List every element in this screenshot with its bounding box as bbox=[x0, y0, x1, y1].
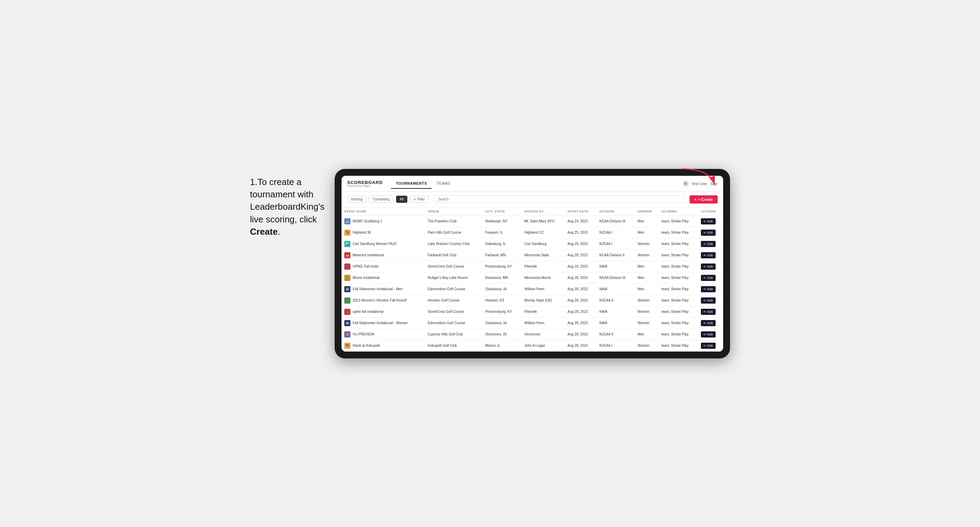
scoring-cell: team, Stroke Play bbox=[659, 261, 698, 272]
filter-icon: ≡ bbox=[414, 197, 416, 201]
edit-button[interactable]: ✏ Edit bbox=[701, 241, 716, 247]
division-cell: NJCAA I bbox=[597, 340, 635, 351]
pencil-icon: ✏ bbox=[704, 310, 706, 314]
actions-cell: ✏ Edit bbox=[698, 329, 723, 340]
hosted-by-cell: John A Logan bbox=[522, 340, 565, 351]
division-cell: NCAA Division III bbox=[597, 272, 635, 283]
event-icon: 🦅 bbox=[344, 343, 350, 349]
pencil-icon: ✏ bbox=[704, 265, 706, 268]
city-cell: Prestonsburg, KY bbox=[482, 306, 522, 317]
edit-button[interactable]: ✏ Edit bbox=[701, 275, 716, 281]
annotation-line2: tournament with bbox=[250, 189, 313, 199]
event-name-cell: 🌿 2023 Women's Hesston Fall Kickoff bbox=[342, 295, 425, 306]
event-name-cell: 🏫 MSMC Qualifying 1 bbox=[342, 216, 425, 227]
edit-button[interactable]: ✏ Edit bbox=[701, 320, 716, 326]
gender-cell: Women bbox=[635, 306, 659, 317]
table-row: 🏫 MSMC Qualifying 1 The Powelton Club Ne… bbox=[342, 216, 723, 227]
pencil-icon: ✏ bbox=[704, 333, 706, 336]
edit-label: Edit bbox=[707, 287, 713, 291]
filter-label: Filter bbox=[417, 197, 425, 201]
scoring-cell: team, Stroke Play bbox=[659, 216, 698, 227]
pencil-icon: ✏ bbox=[704, 287, 706, 291]
division-cell: NAIA bbox=[597, 261, 635, 272]
edit-label: Edit bbox=[707, 276, 713, 279]
table-row: ⚡ VU PREVIEW Cypress Hills Golf Club Vin… bbox=[342, 329, 723, 340]
edit-label: Edit bbox=[707, 344, 713, 348]
table-body: 🏫 MSMC Qualifying 1 The Powelton Club Ne… bbox=[342, 216, 723, 351]
edit-label: Edit bbox=[707, 299, 713, 302]
actions-cell: ✏ Edit bbox=[698, 306, 723, 317]
city-cell: Oskaloosa, IA bbox=[482, 283, 522, 295]
tab-tournaments[interactable]: TOURNAMENTS bbox=[391, 179, 432, 189]
filter-icon-btn[interactable]: ≡ Filter bbox=[410, 196, 429, 203]
edit-button[interactable]: ✏ Edit bbox=[701, 343, 716, 349]
start-date-cell: Aug 28, 2023 bbox=[565, 329, 597, 340]
annotation-line4: live scoring, click bbox=[250, 214, 317, 224]
all-filter-btn[interactable]: All bbox=[396, 196, 407, 203]
annotation-line3: LeaderboardKing's bbox=[250, 202, 325, 212]
search-box bbox=[434, 195, 684, 203]
event-name-cell: 🦅 Klash at Kokopelli bbox=[342, 340, 425, 351]
event-name: upike fall invitational bbox=[353, 310, 383, 314]
venue-cell: Park Hills Golf Course bbox=[425, 227, 482, 238]
venue-cell: Edmundson Golf Course bbox=[425, 317, 482, 329]
app-header: SCOREBOARD Powered by clippit TOURNAMENT… bbox=[342, 176, 723, 192]
plus-icon: + bbox=[694, 197, 697, 202]
division-cell: NJCAA II bbox=[597, 295, 635, 306]
create-button[interactable]: + + Create bbox=[690, 195, 718, 203]
edit-button[interactable]: ✏ Edit bbox=[701, 230, 716, 236]
division-cell: NAIA bbox=[597, 306, 635, 317]
hosting-filter-btn[interactable]: Hosting bbox=[347, 196, 366, 203]
city-cell: Oskaloosa, IA bbox=[482, 317, 522, 329]
hosted-by-cell: Pikeville bbox=[522, 261, 565, 272]
edit-button[interactable]: ✏ Edit bbox=[701, 309, 716, 315]
pencil-icon: ✏ bbox=[704, 231, 706, 234]
gender-cell: Men bbox=[635, 216, 659, 227]
table-row: 🤠 Maverick Invitational Faribault Golf C… bbox=[342, 249, 723, 261]
start-date-cell: Aug 28, 2023 bbox=[565, 249, 597, 261]
pencil-icon: ✏ bbox=[704, 344, 706, 348]
venue-cell: StoneCrest Golf Course bbox=[425, 261, 482, 272]
pencil-icon: ✏ bbox=[704, 321, 706, 325]
pencil-icon: ✏ bbox=[704, 276, 706, 279]
table-row: 🦅 Klash at Kokopelli Kokopelli Golf Club… bbox=[342, 340, 723, 351]
actions-cell: ✏ Edit bbox=[698, 238, 723, 249]
competing-filter-btn[interactable]: Competing bbox=[369, 196, 393, 203]
edit-label: Edit bbox=[707, 321, 713, 325]
table-row: 🐻 upike fall invitational StoneCrest Gol… bbox=[342, 306, 723, 317]
edit-button[interactable]: ✏ Edit bbox=[701, 297, 716, 303]
edit-button[interactable]: ✏ Edit bbox=[701, 264, 716, 270]
event-name: Highland 36 bbox=[353, 230, 371, 234]
logo-area: SCOREBOARD Powered by clippit bbox=[347, 180, 383, 187]
venue-cell: Ruttger's Bay Lake Resort bbox=[425, 272, 482, 283]
table-row: 🦅 Highland 36 Park Hills Golf Course Fre… bbox=[342, 227, 723, 238]
event-icon: 🏛 bbox=[344, 320, 350, 326]
tab-teams[interactable]: TEAMS bbox=[432, 179, 455, 189]
gender-cell: Men bbox=[635, 272, 659, 283]
venue-cell: Edmundson Golf Course bbox=[425, 283, 482, 295]
edit-button[interactable]: ✏ Edit bbox=[701, 252, 716, 258]
edit-label: Edit bbox=[707, 220, 713, 223]
edit-label: Edit bbox=[707, 231, 713, 234]
gender-cell: Women bbox=[635, 238, 659, 249]
edit-label: Edit bbox=[707, 254, 713, 257]
division-cell: NAIA bbox=[597, 283, 635, 295]
event-icon: 🌊 bbox=[344, 241, 350, 247]
gender-cell: Women bbox=[635, 317, 659, 329]
edit-button[interactable]: ✏ Edit bbox=[701, 218, 716, 224]
col-actions: ACTIONS bbox=[698, 207, 723, 216]
edit-button[interactable]: ✏ Edit bbox=[701, 286, 716, 292]
venue-cell: Kokopelli Golf Club bbox=[425, 340, 482, 351]
search-input[interactable] bbox=[434, 195, 684, 203]
edit-label: Edit bbox=[707, 333, 713, 336]
actions-cell: ✏ Edit bbox=[698, 272, 723, 283]
annotation-bold: Create bbox=[250, 227, 278, 237]
event-name-cell: 🐻 UPIKE Fall Invite bbox=[342, 261, 425, 272]
table-header: EVENT NAME VENUE CITY, STATE HOSTED BY S… bbox=[342, 207, 723, 216]
event-icon: 🏛 bbox=[344, 286, 350, 292]
event-name: Fall Statesmen Invitational - Men bbox=[353, 287, 402, 291]
toolbar: Hosting Competing All ≡ Filter + + Creat… bbox=[342, 192, 723, 207]
edit-button[interactable]: ✏ Edit bbox=[701, 331, 716, 338]
event-name: Fall Statesmen Invitational - Women bbox=[353, 321, 407, 325]
gender-cell: Women bbox=[635, 295, 659, 306]
